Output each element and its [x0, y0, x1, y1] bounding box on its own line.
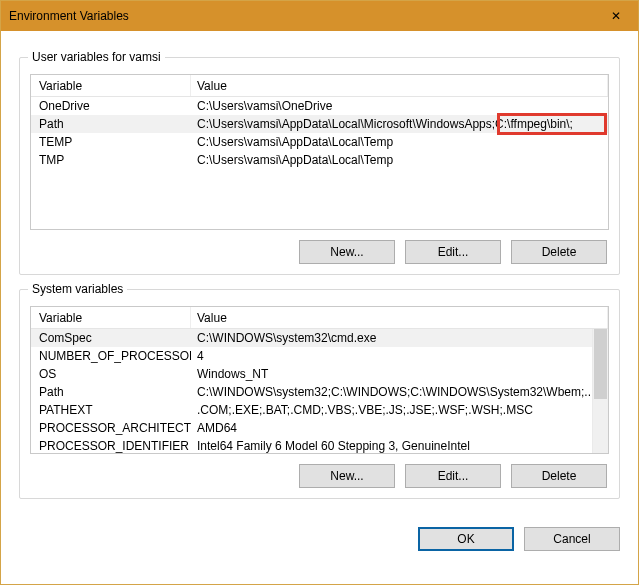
edit-button[interactable]: Edit...	[405, 464, 501, 488]
edit-button[interactable]: Edit...	[405, 240, 501, 264]
table-row[interactable]: PATHEXT .COM;.EXE;.BAT;.CMD;.VBS;.VBE;.J…	[31, 401, 608, 419]
header-variable[interactable]: Variable	[31, 307, 191, 328]
system-buttons-row: New... Edit... Delete	[30, 464, 609, 488]
header-variable[interactable]: Variable	[31, 75, 191, 96]
list-header[interactable]: Variable Value	[31, 307, 608, 329]
dialog-buttons: OK Cancel	[1, 521, 638, 563]
table-row[interactable]: TEMP C:\Users\vamsi\AppData\Local\Temp	[31, 133, 608, 151]
system-rows: ComSpec C:\WINDOWS\system32\cmd.exe NUMB…	[31, 329, 608, 453]
table-row[interactable]: NUMBER_OF_PROCESSORS 4	[31, 347, 608, 365]
environment-variables-dialog: Environment Variables ✕ User variables f…	[0, 0, 639, 585]
dialog-content: User variables for vamsi Variable Value …	[1, 31, 638, 521]
header-value[interactable]: Value	[191, 307, 608, 328]
user-buttons-row: New... Edit... Delete	[30, 240, 609, 264]
table-row[interactable]: ComSpec C:\WINDOWS\system32\cmd.exe	[31, 329, 608, 347]
scrollbar[interactable]	[592, 329, 608, 453]
system-variables-group: System variables Variable Value ComSpec …	[19, 289, 620, 499]
new-button[interactable]: New...	[299, 240, 395, 264]
new-button[interactable]: New...	[299, 464, 395, 488]
table-row[interactable]: OS Windows_NT	[31, 365, 608, 383]
titlebar[interactable]: Environment Variables ✕	[1, 1, 638, 31]
table-row[interactable]: OneDrive C:\Users\vamsi\OneDrive	[31, 97, 608, 115]
delete-button[interactable]: Delete	[511, 464, 607, 488]
table-row[interactable]: Path C:\WINDOWS\system32;C:\WINDOWS;C:\W…	[31, 383, 608, 401]
table-row[interactable]: Path C:\Users\vamsi\AppData\Local\Micros…	[31, 115, 608, 133]
ok-button[interactable]: OK	[418, 527, 514, 551]
user-variables-group: User variables for vamsi Variable Value …	[19, 57, 620, 275]
cancel-button[interactable]: Cancel	[524, 527, 620, 551]
user-variables-legend: User variables for vamsi	[28, 50, 165, 64]
system-variables-legend: System variables	[28, 282, 127, 296]
system-variables-list[interactable]: Variable Value ComSpec C:\WINDOWS\system…	[30, 306, 609, 454]
close-icon[interactable]: ✕	[594, 1, 638, 31]
list-header[interactable]: Variable Value	[31, 75, 608, 97]
table-row[interactable]: PROCESSOR_IDENTIFIER Intel64 Family 6 Mo…	[31, 437, 608, 453]
scrollbar-thumb[interactable]	[594, 329, 607, 399]
delete-button[interactable]: Delete	[511, 240, 607, 264]
user-rows: OneDrive C:\Users\vamsi\OneDrive Path C:…	[31, 97, 608, 169]
table-row[interactable]: TMP C:\Users\vamsi\AppData\Local\Temp	[31, 151, 608, 169]
user-variables-list[interactable]: Variable Value OneDrive C:\Users\vamsi\O…	[30, 74, 609, 230]
table-row[interactable]: PROCESSOR_ARCHITECTURE AMD64	[31, 419, 608, 437]
header-value[interactable]: Value	[191, 75, 608, 96]
window-title: Environment Variables	[9, 9, 594, 23]
